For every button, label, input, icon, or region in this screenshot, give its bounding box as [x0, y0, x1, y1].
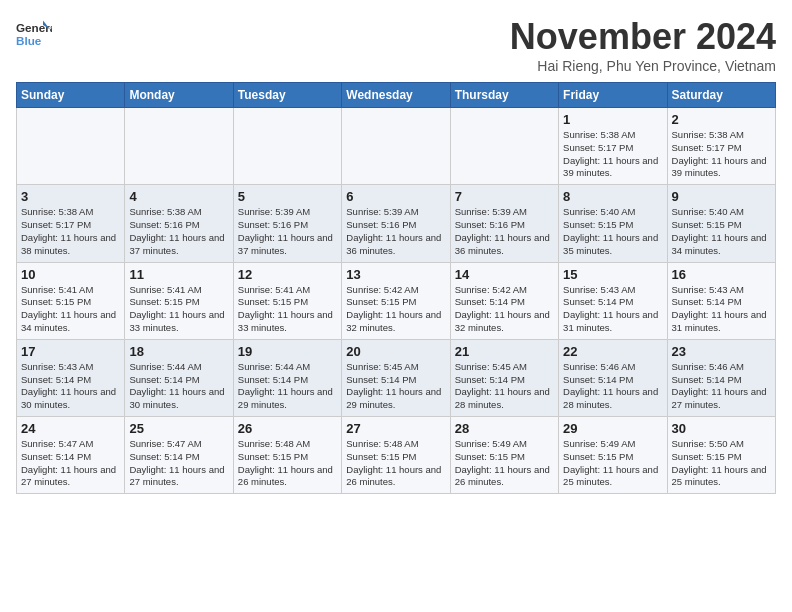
day-number: 29 — [563, 421, 662, 436]
day-number: 30 — [672, 421, 771, 436]
calendar-cell: 2Sunrise: 5:38 AM Sunset: 5:17 PM Daylig… — [667, 108, 775, 185]
day-number: 7 — [455, 189, 554, 204]
calendar-cell — [450, 108, 558, 185]
calendar-cell: 28Sunrise: 5:49 AM Sunset: 5:15 PM Dayli… — [450, 417, 558, 494]
calendar-cell — [342, 108, 450, 185]
calendar-week-row: 3Sunrise: 5:38 AM Sunset: 5:17 PM Daylig… — [17, 185, 776, 262]
weekday-header: Sunday — [17, 83, 125, 108]
day-info: Sunrise: 5:41 AM Sunset: 5:15 PM Dayligh… — [129, 284, 228, 335]
weekday-header: Thursday — [450, 83, 558, 108]
day-number: 14 — [455, 267, 554, 282]
calendar-cell: 17Sunrise: 5:43 AM Sunset: 5:14 PM Dayli… — [17, 339, 125, 416]
calendar-cell: 4Sunrise: 5:38 AM Sunset: 5:16 PM Daylig… — [125, 185, 233, 262]
day-number: 4 — [129, 189, 228, 204]
calendar-cell: 3Sunrise: 5:38 AM Sunset: 5:17 PM Daylig… — [17, 185, 125, 262]
day-info: Sunrise: 5:41 AM Sunset: 5:15 PM Dayligh… — [238, 284, 337, 335]
day-info: Sunrise: 5:38 AM Sunset: 5:17 PM Dayligh… — [563, 129, 662, 180]
logo-icon: General Blue — [16, 16, 52, 52]
calendar-cell: 7Sunrise: 5:39 AM Sunset: 5:16 PM Daylig… — [450, 185, 558, 262]
calendar-week-row: 17Sunrise: 5:43 AM Sunset: 5:14 PM Dayli… — [17, 339, 776, 416]
calendar-header-row: SundayMondayTuesdayWednesdayThursdayFrid… — [17, 83, 776, 108]
day-number: 28 — [455, 421, 554, 436]
calendar-cell: 23Sunrise: 5:46 AM Sunset: 5:14 PM Dayli… — [667, 339, 775, 416]
calendar-cell — [125, 108, 233, 185]
day-number: 5 — [238, 189, 337, 204]
calendar-cell: 19Sunrise: 5:44 AM Sunset: 5:14 PM Dayli… — [233, 339, 341, 416]
day-info: Sunrise: 5:42 AM Sunset: 5:15 PM Dayligh… — [346, 284, 445, 335]
calendar-week-row: 10Sunrise: 5:41 AM Sunset: 5:15 PM Dayli… — [17, 262, 776, 339]
calendar-cell: 5Sunrise: 5:39 AM Sunset: 5:16 PM Daylig… — [233, 185, 341, 262]
logo: General Blue — [16, 16, 52, 52]
day-info: Sunrise: 5:45 AM Sunset: 5:14 PM Dayligh… — [455, 361, 554, 412]
svg-text:Blue: Blue — [16, 34, 42, 47]
calendar-cell: 9Sunrise: 5:40 AM Sunset: 5:15 PM Daylig… — [667, 185, 775, 262]
calendar-week-row: 24Sunrise: 5:47 AM Sunset: 5:14 PM Dayli… — [17, 417, 776, 494]
calendar-cell: 24Sunrise: 5:47 AM Sunset: 5:14 PM Dayli… — [17, 417, 125, 494]
day-number: 2 — [672, 112, 771, 127]
day-number: 13 — [346, 267, 445, 282]
svg-text:General: General — [16, 21, 52, 34]
day-info: Sunrise: 5:38 AM Sunset: 5:17 PM Dayligh… — [21, 206, 120, 257]
weekday-header: Wednesday — [342, 83, 450, 108]
day-number: 16 — [672, 267, 771, 282]
calendar-cell: 10Sunrise: 5:41 AM Sunset: 5:15 PM Dayli… — [17, 262, 125, 339]
calendar-cell: 21Sunrise: 5:45 AM Sunset: 5:14 PM Dayli… — [450, 339, 558, 416]
day-info: Sunrise: 5:48 AM Sunset: 5:15 PM Dayligh… — [346, 438, 445, 489]
calendar-cell: 14Sunrise: 5:42 AM Sunset: 5:14 PM Dayli… — [450, 262, 558, 339]
weekday-header: Monday — [125, 83, 233, 108]
day-info: Sunrise: 5:40 AM Sunset: 5:15 PM Dayligh… — [672, 206, 771, 257]
day-info: Sunrise: 5:48 AM Sunset: 5:15 PM Dayligh… — [238, 438, 337, 489]
day-info: Sunrise: 5:43 AM Sunset: 5:14 PM Dayligh… — [563, 284, 662, 335]
page-header: General Blue November 2024 Hai Rieng, Ph… — [16, 16, 776, 74]
calendar-cell: 29Sunrise: 5:49 AM Sunset: 5:15 PM Dayli… — [559, 417, 667, 494]
calendar-table: SundayMondayTuesdayWednesdayThursdayFrid… — [16, 82, 776, 494]
calendar-cell: 13Sunrise: 5:42 AM Sunset: 5:15 PM Dayli… — [342, 262, 450, 339]
calendar-cell: 12Sunrise: 5:41 AM Sunset: 5:15 PM Dayli… — [233, 262, 341, 339]
calendar-cell: 20Sunrise: 5:45 AM Sunset: 5:14 PM Dayli… — [342, 339, 450, 416]
day-info: Sunrise: 5:41 AM Sunset: 5:15 PM Dayligh… — [21, 284, 120, 335]
calendar-cell: 15Sunrise: 5:43 AM Sunset: 5:14 PM Dayli… — [559, 262, 667, 339]
day-info: Sunrise: 5:49 AM Sunset: 5:15 PM Dayligh… — [563, 438, 662, 489]
weekday-header: Tuesday — [233, 83, 341, 108]
day-info: Sunrise: 5:38 AM Sunset: 5:16 PM Dayligh… — [129, 206, 228, 257]
title-section: November 2024 Hai Rieng, Phu Yen Provinc… — [510, 16, 776, 74]
calendar-cell: 26Sunrise: 5:48 AM Sunset: 5:15 PM Dayli… — [233, 417, 341, 494]
day-number: 10 — [21, 267, 120, 282]
day-info: Sunrise: 5:40 AM Sunset: 5:15 PM Dayligh… — [563, 206, 662, 257]
day-info: Sunrise: 5:38 AM Sunset: 5:17 PM Dayligh… — [672, 129, 771, 180]
day-number: 21 — [455, 344, 554, 359]
day-number: 12 — [238, 267, 337, 282]
day-number: 15 — [563, 267, 662, 282]
location: Hai Rieng, Phu Yen Province, Vietnam — [510, 58, 776, 74]
calendar-cell: 18Sunrise: 5:44 AM Sunset: 5:14 PM Dayli… — [125, 339, 233, 416]
calendar-cell — [233, 108, 341, 185]
day-info: Sunrise: 5:49 AM Sunset: 5:15 PM Dayligh… — [455, 438, 554, 489]
day-info: Sunrise: 5:46 AM Sunset: 5:14 PM Dayligh… — [563, 361, 662, 412]
day-number: 24 — [21, 421, 120, 436]
calendar-cell: 16Sunrise: 5:43 AM Sunset: 5:14 PM Dayli… — [667, 262, 775, 339]
calendar-cell: 27Sunrise: 5:48 AM Sunset: 5:15 PM Dayli… — [342, 417, 450, 494]
day-info: Sunrise: 5:39 AM Sunset: 5:16 PM Dayligh… — [455, 206, 554, 257]
calendar-cell: 30Sunrise: 5:50 AM Sunset: 5:15 PM Dayli… — [667, 417, 775, 494]
day-number: 27 — [346, 421, 445, 436]
day-number: 17 — [21, 344, 120, 359]
month-title: November 2024 — [510, 16, 776, 58]
day-info: Sunrise: 5:43 AM Sunset: 5:14 PM Dayligh… — [21, 361, 120, 412]
day-number: 1 — [563, 112, 662, 127]
day-number: 3 — [21, 189, 120, 204]
day-info: Sunrise: 5:43 AM Sunset: 5:14 PM Dayligh… — [672, 284, 771, 335]
calendar-cell — [17, 108, 125, 185]
day-number: 11 — [129, 267, 228, 282]
day-info: Sunrise: 5:47 AM Sunset: 5:14 PM Dayligh… — [129, 438, 228, 489]
day-info: Sunrise: 5:42 AM Sunset: 5:14 PM Dayligh… — [455, 284, 554, 335]
day-number: 25 — [129, 421, 228, 436]
day-info: Sunrise: 5:39 AM Sunset: 5:16 PM Dayligh… — [238, 206, 337, 257]
day-number: 9 — [672, 189, 771, 204]
calendar-cell: 22Sunrise: 5:46 AM Sunset: 5:14 PM Dayli… — [559, 339, 667, 416]
day-info: Sunrise: 5:45 AM Sunset: 5:14 PM Dayligh… — [346, 361, 445, 412]
calendar-cell: 6Sunrise: 5:39 AM Sunset: 5:16 PM Daylig… — [342, 185, 450, 262]
calendar-week-row: 1Sunrise: 5:38 AM Sunset: 5:17 PM Daylig… — [17, 108, 776, 185]
day-number: 26 — [238, 421, 337, 436]
day-info: Sunrise: 5:46 AM Sunset: 5:14 PM Dayligh… — [672, 361, 771, 412]
day-info: Sunrise: 5:39 AM Sunset: 5:16 PM Dayligh… — [346, 206, 445, 257]
